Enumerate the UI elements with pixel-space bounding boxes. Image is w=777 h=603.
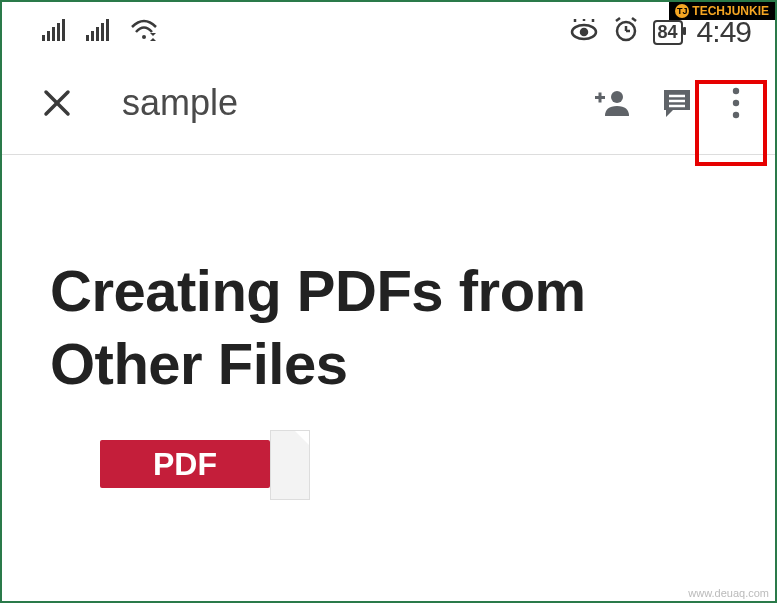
svg-point-10 <box>142 35 146 39</box>
svg-line-20 <box>632 18 636 21</box>
svg-rect-25 <box>599 93 602 103</box>
document-heading: Creating PDFs from Other Files <box>50 255 727 400</box>
battery-percent: 84 <box>658 22 678 43</box>
add-person-button[interactable] <box>595 88 631 118</box>
document-title: sample <box>122 82 545 124</box>
svg-rect-4 <box>62 19 65 41</box>
document-body[interactable]: Creating PDFs from Other Files PDF <box>2 155 775 508</box>
more-options-button[interactable] <box>723 85 749 121</box>
watermark-logo-icon: TJ <box>675 4 689 18</box>
pdf-label-text: PDF <box>153 446 217 483</box>
svg-point-23 <box>611 91 623 103</box>
clock-time: 4:49 <box>697 15 751 49</box>
eye-icon <box>569 19 599 45</box>
svg-rect-1 <box>47 31 50 41</box>
pdf-label-icon: PDF <box>100 440 270 488</box>
watermark-text: TECHJUNKIE <box>692 4 769 18</box>
watermark-badge: TJ TECHJUNKIE <box>669 2 775 20</box>
svg-rect-3 <box>57 23 60 41</box>
wifi-icon <box>130 19 158 45</box>
alarm-icon <box>613 17 639 47</box>
svg-point-12 <box>581 29 587 35</box>
page-corner-icon <box>270 430 310 500</box>
svg-point-30 <box>733 100 739 106</box>
status-bar: 84 4:49 <box>2 2 775 62</box>
app-bar: sample <box>2 62 775 155</box>
svg-rect-5 <box>86 35 89 41</box>
source-watermark: www.deuaq.com <box>688 587 769 599</box>
svg-rect-8 <box>101 23 104 41</box>
battery-indicator: 84 <box>653 20 683 45</box>
close-button[interactable] <box>42 88 72 118</box>
svg-line-19 <box>616 18 620 21</box>
svg-rect-6 <box>91 31 94 41</box>
comment-button[interactable] <box>661 87 693 119</box>
svg-rect-7 <box>96 27 99 41</box>
svg-point-31 <box>733 112 739 118</box>
signal1-icon <box>42 19 68 45</box>
svg-rect-9 <box>106 19 109 41</box>
svg-rect-0 <box>42 35 45 41</box>
signal2-icon <box>86 19 112 45</box>
svg-rect-2 <box>52 27 55 41</box>
svg-point-29 <box>733 88 739 94</box>
